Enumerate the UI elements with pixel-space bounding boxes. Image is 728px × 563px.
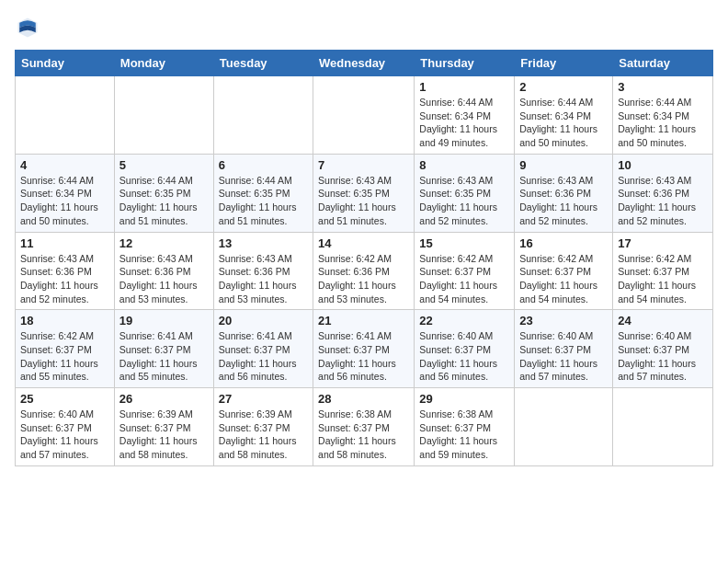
week-row-1: 1Sunrise: 6:44 AM Sunset: 6:34 PM Daylig…: [16, 76, 713, 155]
day-info: Sunrise: 6:43 AM Sunset: 6:36 PM Dayligh…: [219, 252, 308, 306]
column-header-sunday: Sunday: [16, 51, 115, 76]
day-cell: 18Sunrise: 6:42 AM Sunset: 6:37 PM Dayli…: [16, 310, 115, 388]
day-cell: 24Sunrise: 6:40 AM Sunset: 6:37 PM Dayli…: [613, 310, 713, 388]
day-info: Sunrise: 6:39 AM Sunset: 6:37 PM Dayligh…: [119, 408, 209, 462]
day-cell: 23Sunrise: 6:40 AM Sunset: 6:37 PM Dayli…: [515, 310, 613, 388]
day-cell: 8Sunrise: 6:43 AM Sunset: 6:35 PM Daylig…: [415, 154, 515, 232]
day-cell: 14Sunrise: 6:42 AM Sunset: 6:36 PM Dayli…: [313, 232, 415, 310]
day-number: 5: [119, 158, 209, 172]
day-number: 7: [318, 158, 409, 172]
day-cell: [613, 388, 713, 466]
column-header-tuesday: Tuesday: [213, 51, 313, 76]
day-info: Sunrise: 6:40 AM Sunset: 6:37 PM Dayligh…: [20, 408, 109, 462]
day-number: 25: [20, 392, 109, 406]
day-cell: 22Sunrise: 6:40 AM Sunset: 6:37 PM Dayli…: [415, 310, 515, 388]
day-info: Sunrise: 6:43 AM Sunset: 6:35 PM Dayligh…: [318, 174, 409, 228]
day-number: 20: [219, 314, 308, 327]
day-cell: 21Sunrise: 6:41 AM Sunset: 6:37 PM Dayli…: [313, 310, 415, 388]
day-info: Sunrise: 6:41 AM Sunset: 6:37 PM Dayligh…: [219, 329, 308, 384]
day-cell: 17Sunrise: 6:42 AM Sunset: 6:37 PM Dayli…: [613, 232, 713, 310]
day-number: 17: [618, 236, 708, 250]
day-cell: 19Sunrise: 6:41 AM Sunset: 6:37 PM Dayli…: [114, 310, 213, 388]
day-info: Sunrise: 6:42 AM Sunset: 6:37 PM Dayligh…: [419, 252, 509, 306]
day-info: Sunrise: 6:39 AM Sunset: 6:37 PM Dayligh…: [219, 408, 308, 462]
day-cell: 1Sunrise: 6:44 AM Sunset: 6:34 PM Daylig…: [415, 76, 515, 155]
column-header-friday: Friday: [515, 51, 613, 76]
day-number: 13: [219, 236, 308, 250]
day-number: 14: [318, 236, 409, 250]
day-number: 28: [318, 392, 409, 406]
week-row-4: 18Sunrise: 6:42 AM Sunset: 6:37 PM Dayli…: [16, 310, 713, 388]
day-info: Sunrise: 6:44 AM Sunset: 6:35 PM Dayligh…: [119, 174, 209, 228]
day-number: 27: [219, 392, 308, 406]
day-cell: 6Sunrise: 6:44 AM Sunset: 6:35 PM Daylig…: [213, 154, 313, 232]
day-number: 16: [519, 236, 608, 250]
day-info: Sunrise: 6:41 AM Sunset: 6:37 PM Dayligh…: [318, 329, 409, 384]
column-header-thursday: Thursday: [415, 51, 515, 76]
day-info: Sunrise: 6:43 AM Sunset: 6:35 PM Dayligh…: [419, 174, 509, 228]
logo-icon: [15, 15, 40, 40]
day-info: Sunrise: 6:44 AM Sunset: 6:35 PM Dayligh…: [219, 174, 308, 228]
day-info: Sunrise: 6:42 AM Sunset: 6:37 PM Dayligh…: [20, 329, 109, 384]
column-header-saturday: Saturday: [613, 51, 713, 76]
day-number: 26: [119, 392, 209, 406]
day-number: 9: [519, 158, 608, 172]
day-info: Sunrise: 6:42 AM Sunset: 6:36 PM Dayligh…: [318, 252, 409, 306]
day-cell: [114, 76, 213, 155]
day-info: Sunrise: 6:42 AM Sunset: 6:37 PM Dayligh…: [519, 252, 608, 306]
day-cell: 11Sunrise: 6:43 AM Sunset: 6:36 PM Dayli…: [16, 232, 115, 310]
day-cell: 27Sunrise: 6:39 AM Sunset: 6:37 PM Dayli…: [213, 388, 313, 466]
day-cell: 26Sunrise: 6:39 AM Sunset: 6:37 PM Dayli…: [114, 388, 213, 466]
day-number: 18: [20, 314, 109, 327]
day-info: Sunrise: 6:44 AM Sunset: 6:34 PM Dayligh…: [519, 96, 608, 150]
day-info: Sunrise: 6:42 AM Sunset: 6:37 PM Dayligh…: [618, 252, 708, 306]
day-cell: 25Sunrise: 6:40 AM Sunset: 6:37 PM Dayli…: [16, 388, 115, 466]
day-cell: 4Sunrise: 6:44 AM Sunset: 6:34 PM Daylig…: [16, 154, 115, 232]
day-number: 6: [219, 158, 308, 172]
header-row: SundayMondayTuesdayWednesdayThursdayFrid…: [16, 51, 713, 76]
header: [15, 15, 713, 40]
day-cell: 9Sunrise: 6:43 AM Sunset: 6:36 PM Daylig…: [515, 154, 613, 232]
day-number: 24: [618, 314, 708, 327]
day-info: Sunrise: 6:40 AM Sunset: 6:37 PM Dayligh…: [618, 329, 708, 384]
column-header-monday: Monday: [114, 51, 213, 76]
calendar-table: SundayMondayTuesdayWednesdayThursdayFrid…: [15, 50, 713, 466]
day-info: Sunrise: 6:41 AM Sunset: 6:37 PM Dayligh…: [119, 329, 209, 384]
day-cell: 15Sunrise: 6:42 AM Sunset: 6:37 PM Dayli…: [415, 232, 515, 310]
day-cell: 3Sunrise: 6:44 AM Sunset: 6:34 PM Daylig…: [613, 76, 713, 155]
day-cell: 13Sunrise: 6:43 AM Sunset: 6:36 PM Dayli…: [213, 232, 313, 310]
day-number: 3: [618, 80, 708, 94]
day-cell: 29Sunrise: 6:38 AM Sunset: 6:37 PM Dayli…: [415, 388, 515, 466]
day-number: 29: [419, 392, 509, 406]
day-number: 1: [419, 80, 509, 94]
day-number: 12: [119, 236, 209, 250]
day-cell: 16Sunrise: 6:42 AM Sunset: 6:37 PM Dayli…: [515, 232, 613, 310]
day-number: 11: [20, 236, 109, 250]
day-number: 10: [618, 158, 708, 172]
day-cell: [213, 76, 313, 155]
day-cell: 10Sunrise: 6:43 AM Sunset: 6:36 PM Dayli…: [613, 154, 713, 232]
day-info: Sunrise: 6:44 AM Sunset: 6:34 PM Dayligh…: [618, 96, 708, 150]
day-cell: 12Sunrise: 6:43 AM Sunset: 6:36 PM Dayli…: [114, 232, 213, 310]
day-info: Sunrise: 6:38 AM Sunset: 6:37 PM Dayligh…: [318, 408, 409, 462]
day-number: 8: [419, 158, 509, 172]
day-cell: [16, 76, 115, 155]
week-row-2: 4Sunrise: 6:44 AM Sunset: 6:34 PM Daylig…: [16, 154, 713, 232]
day-cell: 28Sunrise: 6:38 AM Sunset: 6:37 PM Dayli…: [313, 388, 415, 466]
day-cell: [313, 76, 415, 155]
logo: [15, 15, 44, 40]
day-number: 22: [419, 314, 509, 327]
day-cell: 2Sunrise: 6:44 AM Sunset: 6:34 PM Daylig…: [515, 76, 613, 155]
day-info: Sunrise: 6:43 AM Sunset: 6:36 PM Dayligh…: [20, 252, 109, 306]
column-header-wednesday: Wednesday: [313, 51, 415, 76]
day-info: Sunrise: 6:43 AM Sunset: 6:36 PM Dayligh…: [519, 174, 608, 228]
day-cell: 7Sunrise: 6:43 AM Sunset: 6:35 PM Daylig…: [313, 154, 415, 232]
day-number: 15: [419, 236, 509, 250]
day-cell: 20Sunrise: 6:41 AM Sunset: 6:37 PM Dayli…: [213, 310, 313, 388]
day-info: Sunrise: 6:40 AM Sunset: 6:37 PM Dayligh…: [419, 329, 509, 384]
day-info: Sunrise: 6:43 AM Sunset: 6:36 PM Dayligh…: [119, 252, 209, 306]
day-number: 23: [519, 314, 608, 327]
day-number: 2: [519, 80, 608, 94]
week-row-5: 25Sunrise: 6:40 AM Sunset: 6:37 PM Dayli…: [16, 388, 713, 466]
day-info: Sunrise: 6:44 AM Sunset: 6:34 PM Dayligh…: [419, 96, 509, 150]
